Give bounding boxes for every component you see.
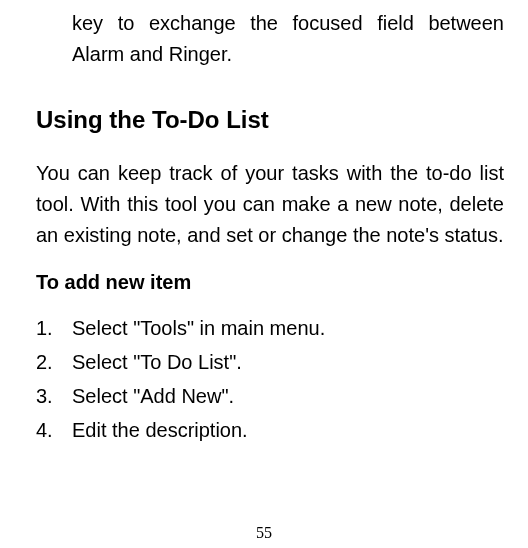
list-item: 4. Edit the description. (36, 414, 504, 446)
steps-list: 1. Select "Tools" in main menu. 2. Selec… (36, 312, 504, 446)
step-number: 2. (36, 346, 72, 378)
manual-page: key to exchange the focused field betwee… (0, 0, 528, 548)
step-number: 1. (36, 312, 72, 344)
list-item: 3. Select "Add New". (36, 380, 504, 412)
page-number: 55 (0, 524, 528, 542)
step-text: Select "To Do List". (72, 346, 242, 378)
step-number: 3. (36, 380, 72, 412)
step-text: Select "Add New". (72, 380, 234, 412)
prev-paragraph-fragment: key to exchange the focused field betwee… (36, 8, 504, 70)
subsection-heading: To add new item (36, 271, 504, 294)
step-text: Edit the description. (72, 414, 248, 446)
section-intro: You can keep track of your tasks with th… (36, 158, 504, 251)
list-item: 2. Select "To Do List". (36, 346, 504, 378)
step-text: Select "Tools" in main menu. (72, 312, 325, 344)
step-number: 4. (36, 414, 72, 446)
section-heading: Using the To-Do List (36, 106, 504, 134)
list-item: 1. Select "Tools" in main menu. (36, 312, 504, 344)
